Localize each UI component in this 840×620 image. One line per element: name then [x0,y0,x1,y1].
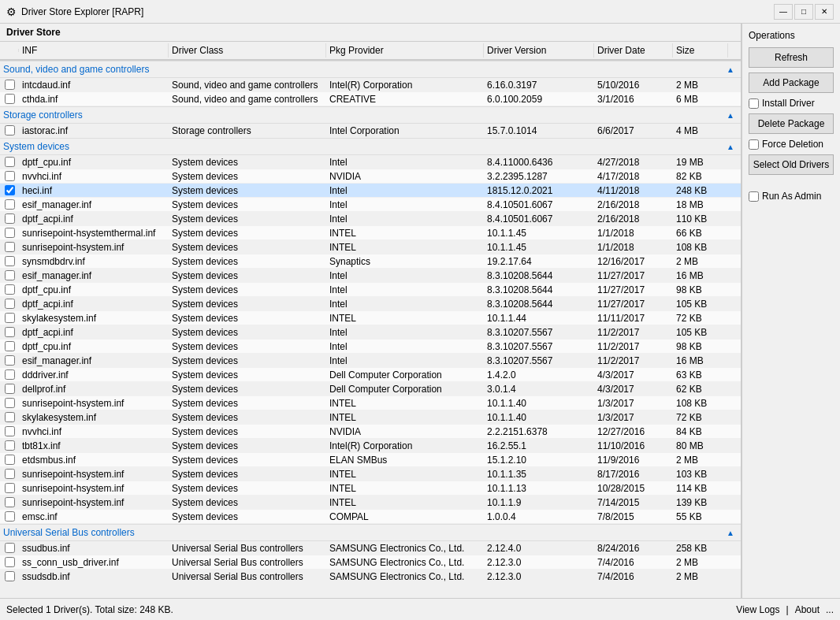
table-row[interactable]: skylakesystem.inf System devices INTEL 1… [0,410,741,425]
row-checkbox[interactable] [5,125,15,136]
view-logs-link[interactable]: View Logs [736,604,779,615]
row-checkbox-cell[interactable] [0,213,19,225]
collapse-button[interactable]: ▲ [727,111,734,120]
group-label[interactable]: Universal Serial Bus controllers [3,527,135,538]
row-checkbox[interactable] [5,213,15,224]
table-row[interactable]: intcdaud.inf Sound, video and game contr… [0,78,741,92]
row-checkbox-cell[interactable] [0,241,19,253]
table-row[interactable]: sunrisepoint-hsystem.inf System devices … [0,496,741,510]
row-checkbox-cell[interactable] [0,355,19,366]
row-checkbox[interactable] [5,426,15,436]
row-checkbox-cell[interactable] [0,556,19,568]
table-row[interactable]: sunrisepoint-hsystem.inf System devices … [0,396,741,410]
install-driver-checkbox[interactable] [749,98,759,109]
row-checkbox-cell[interactable] [0,156,19,168]
maximize-button[interactable]: □ [794,4,813,20]
row-checkbox[interactable] [5,398,15,408]
row-checkbox-cell[interactable] [0,542,19,554]
row-checkbox[interactable] [5,455,15,465]
row-checkbox-cell[interactable] [0,227,19,239]
row-checkbox[interactable] [5,270,15,280]
collapse-button[interactable]: ▲ [727,143,734,151]
table-row[interactable]: tbt81x.inf System devices Intel(R) Corpo… [0,439,741,453]
row-checkbox[interactable] [5,440,15,451]
row-checkbox-cell[interactable] [0,284,19,295]
row-checkbox[interactable] [5,483,15,493]
row-checkbox[interactable] [5,94,15,104]
group-label[interactable]: Storage controllers [3,110,83,121]
table-row[interactable]: dddriver.inf System devices Dell Compute… [0,368,741,382]
table-row[interactable]: emsc.inf System devices COMPAL 1.0.0.4 7… [0,510,741,524]
table-row[interactable]: sunrisepoint-hsystem.inf System devices … [0,467,741,481]
row-checkbox[interactable] [5,313,15,323]
row-checkbox-cell[interactable] [0,184,19,196]
row-checkbox[interactable] [5,171,15,181]
row-checkbox[interactable] [5,185,15,195]
row-checkbox-cell[interactable] [0,482,19,494]
row-checkbox-cell[interactable] [0,440,19,451]
row-checkbox[interactable] [5,557,15,567]
table-row[interactable]: dptf_cpu.inf System devices Intel 8.3.10… [0,283,741,297]
group-label[interactable]: System devices [3,141,69,152]
row-checkbox-cell[interactable] [0,124,19,136]
row-checkbox[interactable] [5,384,15,394]
row-checkbox-cell[interactable] [0,411,19,423]
table-row[interactable]: sunrisepoint-hsystemthermal.inf System d… [0,226,741,240]
row-checkbox[interactable] [5,327,15,337]
table-row[interactable]: sunrisepoint-hsystem.inf System devices … [0,481,741,496]
row-checkbox-cell[interactable] [0,255,19,267]
row-checkbox[interactable] [5,369,15,380]
table-row[interactable]: ssudbus.inf Universal Serial Bus control… [0,541,741,555]
row-checkbox[interactable] [5,242,15,252]
row-checkbox[interactable] [5,284,15,295]
row-checkbox[interactable] [5,355,15,366]
row-checkbox-cell[interactable] [0,298,19,310]
table-row[interactable]: synsmdbdrv.inf System devices Synaptics … [0,254,741,269]
table-row[interactable]: skylakesystem.inf System devices INTEL 1… [0,311,741,325]
table-row[interactable]: ss_conn_usb_driver.inf Universal Serial … [0,555,741,570]
row-checkbox-cell[interactable] [0,93,19,105]
row-checkbox[interactable] [5,256,15,266]
row-checkbox-cell[interactable] [0,170,19,182]
select-old-drivers-button[interactable]: Select Old Drivers [749,154,834,175]
table-row[interactable]: dptf_acpi.inf System devices Intel 8.3.1… [0,297,741,311]
group-label[interactable]: Sound, video and game controllers [3,64,149,75]
table-row[interactable]: esif_manager.inf System devices Intel 8.… [0,269,741,283]
table-row[interactable]: sunrisepoint-hsystem.inf System devices … [0,240,741,254]
row-checkbox-cell[interactable] [0,496,19,508]
close-button[interactable]: ✕ [815,4,834,20]
row-checkbox-cell[interactable] [0,312,19,324]
row-checkbox-cell[interactable] [0,269,19,281]
force-deletion-checkbox[interactable] [749,139,759,150]
row-checkbox-cell[interactable] [0,397,19,409]
row-checkbox-cell[interactable] [0,468,19,480]
add-package-button[interactable]: Add Package [749,72,834,93]
row-checkbox-cell[interactable] [0,570,19,582]
row-checkbox[interactable] [5,199,15,210]
row-checkbox-cell[interactable] [0,326,19,338]
row-checkbox-cell[interactable] [0,454,19,466]
row-checkbox-cell[interactable] [0,510,19,522]
row-checkbox-cell[interactable] [0,425,19,437]
table-row[interactable]: esif_manager.inf System devices Intel 8.… [0,198,741,212]
collapse-button[interactable]: ▲ [727,65,734,74]
row-checkbox-cell[interactable] [0,79,19,91]
table-row[interactable]: heci.inf System devices Intel 1815.12.0.… [0,184,741,198]
run-as-admin-checkbox[interactable] [749,191,759,202]
row-checkbox[interactable] [5,412,15,422]
table-row[interactable]: dptf_acpi.inf System devices Intel 8.3.1… [0,325,741,340]
table-row[interactable]: cthda.inf Sound, video and game controll… [0,92,741,106]
row-checkbox-cell[interactable] [0,340,19,352]
row-checkbox[interactable] [5,299,15,309]
row-checkbox-cell[interactable] [0,199,19,210]
row-checkbox[interactable] [5,571,15,581]
table-row[interactable]: iastorac.inf Storage controllers Intel C… [0,124,741,138]
table-row[interactable]: esif_manager.inf System devices Intel 8.… [0,354,741,368]
table-row[interactable]: nvvhci.inf System devices NVIDIA 2.2.215… [0,425,741,439]
row-checkbox[interactable] [5,228,15,238]
table-row[interactable]: dptf_acpi.inf System devices Intel 8.4.1… [0,212,741,226]
row-checkbox[interactable] [5,80,15,90]
minimize-button[interactable]: — [774,4,793,20]
refresh-button[interactable]: Refresh [749,47,834,68]
table-row[interactable]: dptf_cpu.inf System devices Intel 8.4.11… [0,155,741,169]
